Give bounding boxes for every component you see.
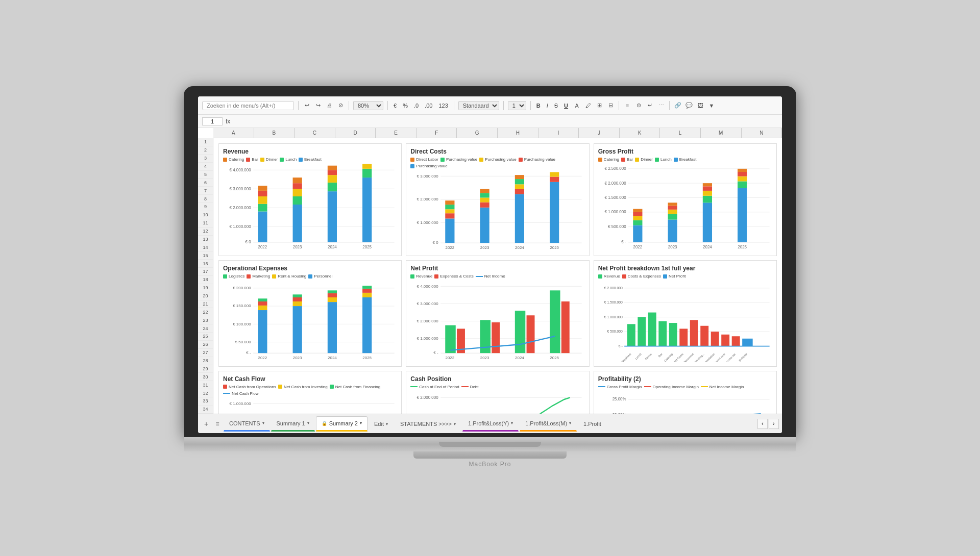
paint-icon[interactable]: ⊘ bbox=[336, 102, 345, 110]
redo-icon[interactable]: ↪ bbox=[314, 102, 322, 110]
merge-icon[interactable]: ⊟ bbox=[606, 102, 615, 110]
toolbar-separator-1 bbox=[298, 101, 299, 110]
tab-scroll-left[interactable]: ‹ bbox=[757, 419, 768, 429]
col-header-f[interactable]: F bbox=[416, 128, 457, 138]
col-header-d[interactable]: D bbox=[335, 128, 376, 138]
underline-btn[interactable]: U bbox=[562, 102, 570, 109]
svg-text:Bar: Bar bbox=[657, 352, 663, 358]
col-header-h[interactable]: H bbox=[498, 128, 538, 138]
number-btn[interactable]: 123 bbox=[437, 102, 449, 109]
font-select[interactable]: Standaard ... bbox=[458, 101, 499, 110]
zoom-select[interactable]: 80%100%75% bbox=[353, 101, 383, 110]
legend-np-net-color bbox=[476, 276, 483, 277]
svg-rect-170 bbox=[731, 337, 740, 346]
col-header-g[interactable]: G bbox=[457, 128, 498, 138]
row-numbers: 1 2 3 4 5 6 7 8 9 10 11 12 13 14 15 16 1 bbox=[198, 138, 213, 414]
col-header-e[interactable]: E bbox=[376, 128, 416, 138]
font-color-icon[interactable]: A bbox=[573, 102, 581, 110]
svg-rect-117 bbox=[328, 297, 337, 302]
tab-edit[interactable]: Edit ▾ bbox=[369, 416, 394, 432]
chart-cash-position-legend: Cash at End of Period Debt bbox=[410, 385, 584, 389]
highlight-icon[interactable]: 🖊 bbox=[584, 102, 592, 110]
legend-net-margin-color bbox=[701, 386, 708, 387]
tab-contents[interactable]: CONTENTS ▾ bbox=[224, 416, 270, 432]
tab-statements[interactable]: STATEMENTS >>>> ▾ bbox=[395, 416, 461, 432]
bold-btn[interactable]: B bbox=[535, 102, 542, 109]
svg-rect-108 bbox=[258, 310, 267, 353]
legend-pv2-color bbox=[479, 158, 483, 162]
tab-profit2-label: 1.Profit bbox=[583, 421, 601, 427]
filter-icon[interactable]: ▼ bbox=[707, 102, 716, 110]
svg-rect-161 bbox=[638, 317, 646, 346]
legend-ncf-fin: Net Cash from Financing bbox=[330, 385, 380, 389]
more-icon[interactable]: ⋯ bbox=[657, 102, 665, 110]
chart-op-expenses-legend: Logistics Marketing Rent & Housing bbox=[223, 274, 397, 279]
legend-pv1: Purchasing value bbox=[440, 157, 477, 162]
strikethrough-btn[interactable]: S bbox=[553, 102, 559, 109]
svg-rect-92 bbox=[738, 172, 747, 176]
col-header-i[interactable]: I bbox=[538, 128, 579, 138]
svg-rect-167 bbox=[700, 326, 708, 346]
tab-scroll-right[interactable]: › bbox=[769, 419, 779, 429]
comment-icon[interactable]: 💬 bbox=[685, 102, 693, 110]
legend-bd-net: Net Profit bbox=[663, 274, 685, 279]
tab-profit-loss-y[interactable]: 1.Profit&Loss(Y) ▾ bbox=[462, 416, 519, 432]
align-left-icon[interactable]: ≡ bbox=[623, 102, 631, 110]
legend-bd-net-color bbox=[663, 274, 667, 279]
col-header-k[interactable]: K bbox=[620, 128, 660, 138]
svg-rect-111 bbox=[258, 299, 267, 302]
svg-rect-145 bbox=[561, 301, 570, 353]
image-icon[interactable]: 🖼 bbox=[696, 102, 704, 110]
tab-profit-loss-m-label: 1.Profit&Loss(M) bbox=[525, 420, 567, 426]
tab-edit-dropdown-icon: ▾ bbox=[386, 422, 388, 426]
legend-bd-net-label: Net Profit bbox=[669, 274, 685, 279]
borders-icon[interactable]: ⊞ bbox=[595, 102, 603, 110]
italic-btn[interactable]: I bbox=[545, 102, 550, 109]
legend-bar: Bar bbox=[246, 157, 258, 162]
legend-logistics-label: Logistics bbox=[229, 274, 244, 279]
col-header-c[interactable]: C bbox=[295, 128, 335, 138]
legend-pv2-label: Purchasing value bbox=[485, 157, 516, 162]
search-input[interactable] bbox=[202, 101, 294, 110]
align-vert-icon[interactable]: ⊜ bbox=[634, 102, 643, 110]
chart-direct-costs-svg: € 3.000.000 € 2.000.000 € 1.000.000 € 0 bbox=[410, 170, 584, 251]
currency-btn[interactable]: € bbox=[392, 102, 398, 109]
tab-profit2[interactable]: 1.Profit bbox=[578, 416, 607, 432]
col-header-n[interactable]: N bbox=[742, 128, 782, 138]
percent-btn[interactable]: % bbox=[401, 102, 409, 109]
svg-text:25.00%: 25.00% bbox=[612, 396, 626, 401]
chart-profitability-title: Profitability (2) bbox=[598, 375, 772, 383]
svg-rect-43 bbox=[446, 205, 455, 209]
col-header-j[interactable]: J bbox=[579, 128, 620, 138]
decimal1-btn[interactable]: .0 bbox=[412, 102, 420, 109]
svg-text:2022: 2022 bbox=[258, 356, 267, 360]
svg-rect-91 bbox=[738, 176, 747, 182]
cell-reference-input[interactable] bbox=[202, 117, 223, 125]
legend-gross-margin-color bbox=[598, 386, 605, 387]
legend-gp-bar: Bar bbox=[621, 157, 633, 162]
tab-profit-loss-y-label: 1.Profit&Loss(Y) bbox=[468, 420, 509, 426]
decimal2-btn[interactable]: .00 bbox=[423, 102, 434, 109]
tab-profit-loss-m[interactable]: 1.Profit&Loss(M) ▾ bbox=[520, 416, 577, 432]
print-icon[interactable]: 🖨 bbox=[325, 102, 333, 110]
wrap-icon[interactable]: ↵ bbox=[646, 102, 654, 110]
col-header-m[interactable]: M bbox=[701, 128, 742, 138]
svg-text:€ 1.500.000: € 1.500.000 bbox=[604, 301, 622, 305]
legend-pv4: Purchasing value bbox=[410, 164, 447, 168]
row-8: 8 bbox=[198, 195, 213, 203]
svg-rect-20 bbox=[328, 191, 337, 242]
tab-summary1[interactable]: Summary 1 ▾ bbox=[271, 416, 315, 432]
col-header-l[interactable]: L bbox=[660, 128, 701, 138]
svg-text:€ 100.000: € 100.000 bbox=[233, 322, 251, 326]
svg-rect-81 bbox=[668, 210, 677, 214]
col-header-a[interactable]: A bbox=[213, 128, 254, 138]
font-size-select[interactable]: 101112 bbox=[508, 101, 526, 110]
sheet-list-button[interactable]: ≡ bbox=[212, 419, 223, 429]
tab-summary2[interactable]: 🔒 Summary 2 ▾ bbox=[316, 416, 368, 432]
add-sheet-button[interactable]: + bbox=[201, 419, 211, 429]
undo-icon[interactable]: ↩ bbox=[303, 102, 311, 110]
toolbar-separator-5 bbox=[503, 101, 504, 110]
svg-text:Operating...: Operating... bbox=[692, 352, 704, 362]
link-icon[interactable]: 🔗 bbox=[674, 102, 682, 110]
col-header-b[interactable]: B bbox=[254, 128, 295, 138]
